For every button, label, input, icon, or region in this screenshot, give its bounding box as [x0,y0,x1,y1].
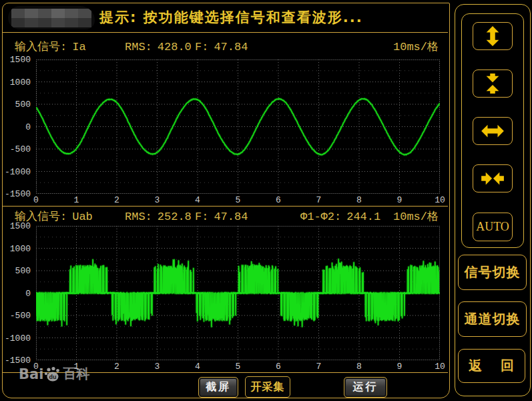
tip-text: 提示: 按功能键选择信号和查看波形... [99,8,363,27]
y-tick-label: 1000 [10,244,31,254]
signal-switch-button[interactable]: 信号切换 [458,255,527,290]
mosaic-block [11,18,25,27]
chart2-x-axis: 012345678910 [36,362,440,372]
waveform-uab [36,226,440,360]
x-tick-label: 3 [155,195,160,205]
baidu-baike-watermark: Bai du 百科 [19,365,89,383]
watermark-brand: Bai [19,366,43,382]
compress-vertical-icon [481,74,505,94]
mosaic-block [38,18,51,27]
main-panel: 提示: 按功能键选择信号和查看波形... 输入信号:Ia RMS:428.0 F… [2,3,450,398]
chart2-phase-diff: Φ1-Φ2:244.1 [300,208,380,227]
mosaic-block [51,18,65,27]
mosaic-block [25,9,38,18]
watermark-suffix: 百科 [63,365,89,383]
chart2-y-axis: 150010005000-500-1000-1500 [3,226,33,360]
compress-vertical-button[interactable] [473,70,513,98]
y-tick-label: 1000 [10,78,31,88]
redacted-logo [8,6,95,29]
x-tick-label: 2 [114,362,119,372]
y-tick-label: -1000 [5,167,31,177]
channel-switch-button[interactable]: 通道切换 [458,301,527,337]
expand-vertical-icon [481,26,505,46]
x-tick-label: 3 [155,362,160,372]
paw-icon: du [43,366,62,383]
y-tick-label: 1500 [10,55,31,65]
mosaic-block [51,9,65,18]
x-tick-label: 5 [236,195,241,205]
chart2-header: 输入信号:Uab RMS:252.8 F:47.84 Φ1-Φ2:244.1 1… [3,208,448,227]
y-tick-label: -1500 [5,356,31,366]
x-tick-label: 5 [236,362,241,372]
screenshot-button[interactable]: 截屏 [198,377,238,398]
mosaic-block [78,9,91,18]
x-tick-label: 7 [316,195,322,205]
mosaic-block [11,9,25,18]
chart1-timebase: 10ms/格 [393,38,439,57]
divider [3,206,448,207]
chart1-plot [36,59,440,194]
expand-vertical-button[interactable] [473,22,513,50]
chart1-frequency: F:47.84 [195,38,248,57]
waveform-ia [36,59,440,194]
auto-button[interactable]: AUTO [473,213,513,241]
zoom-button-group: AUTO [461,13,524,248]
mosaic-block [78,18,91,27]
y-tick-label: 0 [25,289,31,299]
return-button[interactable]: 返 回 [458,349,525,383]
chart1-rms: RMS:428.0 [125,38,192,57]
y-tick-label: 1500 [10,221,31,231]
mosaic-block [25,18,38,27]
x-tick-label: 9 [397,195,403,205]
mosaic-block [38,9,51,18]
y-tick-label: -500 [10,144,31,154]
expand-horizontal-button[interactable] [473,117,513,145]
expand-horizontal-icon [481,121,505,141]
start-acquisition-button[interactable]: 开采集 [245,376,290,398]
x-tick-label: 10 [435,362,445,372]
return-label-left: 返 [469,357,483,375]
sidebar-panel: AUTO 信号切换 通道切换 返 回 [455,4,531,396]
title-bar: 提示: 按功能键选择信号和查看波形... [3,3,448,33]
x-tick-label: 0 [33,195,39,205]
y-tick-label: -500 [10,311,31,321]
chart2-timebase: 10ms/格 [393,208,439,227]
chart2-frequency: F:47.84 [195,208,248,227]
compress-horizontal-icon [481,168,505,188]
x-tick-label: 7 [316,362,322,372]
chart2-plot [36,226,440,360]
svg-text:du: du [49,374,57,380]
x-tick-label: 8 [356,362,362,372]
x-tick-label: 6 [276,362,281,372]
x-tick-label: 4 [195,195,200,205]
mosaic-block [65,9,78,18]
y-tick-label: 500 [15,100,31,110]
y-tick-label: 500 [15,266,31,276]
chart1-signal: 输入信号:Ia [15,38,86,57]
x-tick-label: 2 [114,195,119,205]
mosaic-block [65,18,78,27]
return-label-right: 回 [501,357,515,375]
y-tick-label: -1500 [5,189,31,199]
chart2-rms: RMS:252.8 [125,208,192,227]
chart1-x-axis: 012345678910 [36,195,440,205]
x-tick-label: 8 [356,195,362,205]
chart1-header: 输入信号:Ia RMS:428.0 F:47.84 10ms/格 [3,38,448,57]
y-tick-label: 0 [25,122,31,132]
x-tick-label: 1 [74,195,79,205]
x-tick-label: 9 [397,362,403,372]
x-tick-label: 10 [435,195,445,205]
y-tick-label: -1000 [5,333,31,344]
chart1-y-axis: 150010005000-500-1000-1500 [3,59,33,194]
run-button[interactable]: 运行 [344,377,387,398]
x-tick-label: 4 [195,362,200,372]
x-tick-label: 6 [276,195,281,205]
compress-horizontal-button[interactable] [473,164,513,192]
